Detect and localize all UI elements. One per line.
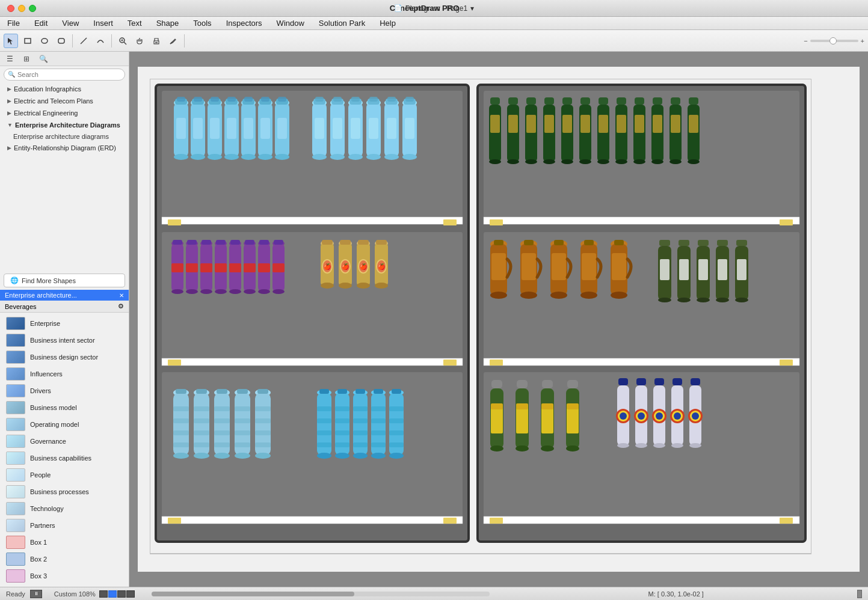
toolbar-sep-1 bbox=[72, 34, 73, 47]
svg-text:🍎: 🍎 bbox=[360, 263, 368, 271]
svg-rect-344 bbox=[717, 240, 728, 246]
minimize-button[interactable] bbox=[18, 5, 25, 12]
shape-item-business-design[interactable]: Business design sector bbox=[2, 349, 126, 366]
library-list: ▶ Education Infographics ▶ Electric and … bbox=[0, 83, 129, 271]
maximize-button[interactable] bbox=[29, 5, 36, 12]
svg-rect-271 bbox=[562, 97, 572, 105]
curve-tool[interactable] bbox=[93, 34, 108, 48]
svg-rect-252 bbox=[484, 217, 799, 224]
search-input[interactable] bbox=[4, 69, 125, 81]
panel-search-btn[interactable]: 🔍 bbox=[36, 52, 51, 66]
svg-rect-185 bbox=[196, 389, 207, 394]
svg-point-240 bbox=[371, 453, 386, 459]
zoom-in-tool[interactable] bbox=[115, 34, 130, 48]
menu-text[interactable]: Text bbox=[125, 18, 144, 28]
select-tool[interactable] bbox=[4, 34, 18, 48]
pause-button[interactable]: ⏸ bbox=[30, 590, 42, 598]
svg-rect-400 bbox=[691, 378, 700, 385]
panel-list-view[interactable]: ☰ bbox=[2, 52, 17, 66]
shape-thumb-box3 bbox=[6, 569, 25, 583]
canvas-area[interactable]: 🍎 🍎 bbox=[129, 52, 868, 587]
lib-cat-enterprise[interactable]: ▼ Enterprise Architecture Diagrams bbox=[0, 119, 129, 131]
svg-rect-280 bbox=[597, 105, 609, 162]
rounded-rect-tool[interactable] bbox=[54, 34, 69, 48]
svg-text:🍎: 🍎 bbox=[378, 263, 386, 271]
lib-sub-enterprise-arch[interactable]: Enterprise architecture diagrams bbox=[0, 131, 129, 142]
zoom-in-icon[interactable]: + bbox=[861, 37, 864, 44]
shape-item-influencers[interactable]: Influencers bbox=[2, 366, 126, 382]
shape-item-biz-proc[interactable]: Business processes bbox=[2, 483, 126, 500]
shape-label-people: People bbox=[30, 471, 51, 479]
pen-tool[interactable] bbox=[166, 34, 180, 48]
beverages-settings[interactable]: ⚙ bbox=[118, 302, 124, 310]
menu-shape[interactable]: Shape bbox=[154, 18, 182, 28]
planogram-diagram[interactable]: 🍎 🍎 bbox=[150, 79, 811, 560]
svg-rect-54 bbox=[277, 118, 287, 139]
shape-label-box3: Box 3 bbox=[30, 572, 47, 580]
svg-point-73 bbox=[348, 154, 363, 160]
svg-rect-214 bbox=[317, 430, 331, 435]
lib-cat-entity[interactable]: ▶ Entity-Relationship Diagram (ERD) bbox=[0, 142, 129, 154]
menu-view[interactable]: View bbox=[60, 18, 81, 28]
menu-window[interactable]: Window bbox=[274, 18, 307, 28]
shape-item-box2[interactable]: Box 2 bbox=[2, 551, 126, 568]
svg-point-290 bbox=[633, 159, 645, 164]
svg-rect-361 bbox=[517, 380, 528, 388]
horizontal-scrollbar[interactable] bbox=[152, 592, 490, 596]
print-tool[interactable] bbox=[149, 34, 164, 48]
svg-rect-217 bbox=[319, 389, 329, 394]
zoom-slider[interactable] bbox=[810, 40, 858, 42]
page-next[interactable] bbox=[117, 590, 126, 598]
svg-rect-137 bbox=[274, 240, 283, 245]
connect-tool[interactable] bbox=[76, 34, 91, 48]
active-lib-close[interactable]: ✕ bbox=[119, 292, 124, 299]
shape-item-box3[interactable]: Box 3 bbox=[2, 568, 126, 584]
shape-item-drivers[interactable]: Drivers bbox=[2, 382, 126, 399]
svg-rect-75 bbox=[351, 97, 360, 102]
active-library-enterprise[interactable]: Enterprise architecture... ✕ bbox=[0, 290, 129, 301]
shape-item-partners[interactable]: Partners bbox=[2, 517, 126, 534]
menu-file[interactable]: File bbox=[5, 18, 22, 28]
svg-point-325 bbox=[580, 292, 597, 299]
ellipse-tool[interactable] bbox=[37, 34, 52, 48]
svg-rect-2 bbox=[58, 38, 64, 43]
svg-rect-300 bbox=[688, 105, 700, 162]
resize-handle[interactable] bbox=[857, 590, 862, 598]
page-next2[interactable] bbox=[126, 590, 135, 598]
svg-point-380 bbox=[620, 412, 627, 420]
hand-tool[interactable] bbox=[132, 34, 147, 48]
beverages-header[interactable]: Beverages ⚙ bbox=[0, 301, 129, 313]
menu-help[interactable]: Help bbox=[377, 18, 398, 28]
lib-cat-electric[interactable]: ▶ Electric and Telecom Plans bbox=[0, 95, 129, 107]
menu-inspectors[interactable]: Inspectors bbox=[224, 18, 265, 28]
zoom-out-icon[interactable]: − bbox=[804, 37, 807, 44]
shape-item-op-model[interactable]: Operating model bbox=[2, 416, 126, 433]
shape-item-governance[interactable]: Governance bbox=[2, 433, 126, 450]
lib-cat-electrical[interactable]: ▶ Electrical Engineering bbox=[0, 107, 129, 119]
page-1[interactable] bbox=[108, 590, 117, 598]
svg-rect-244 bbox=[389, 406, 404, 411]
svg-point-200 bbox=[235, 453, 250, 459]
svg-rect-27 bbox=[194, 97, 202, 102]
shape-item-box1[interactable]: Box 1 bbox=[2, 534, 126, 551]
coordinates-text: M: [ 0.30, 1.0e-02 ] bbox=[648, 590, 704, 598]
svg-rect-314 bbox=[522, 253, 536, 280]
menu-solution-park[interactable]: Solution Park bbox=[316, 18, 368, 28]
shape-item-enterprise[interactable]: Enterprise bbox=[2, 315, 126, 332]
find-more-button[interactable]: 🌐 Find More Shapes bbox=[4, 274, 125, 287]
shape-item-biz-model[interactable]: Business model bbox=[2, 399, 126, 416]
shape-item-technology[interactable]: Technology bbox=[2, 500, 126, 517]
lib-cat-edu[interactable]: ▶ Education Infographics bbox=[0, 83, 129, 95]
menu-edit[interactable]: Edit bbox=[32, 18, 50, 28]
svg-point-49 bbox=[258, 154, 272, 160]
shape-item-biz-cap[interactable]: Business capabilities bbox=[2, 450, 126, 467]
shape-item-business-intent[interactable]: Business intent sector bbox=[2, 332, 126, 349]
shape-item-people[interactable]: People bbox=[2, 467, 126, 483]
menu-tools[interactable]: Tools bbox=[191, 18, 214, 28]
panel-grid-view[interactable]: ⊞ bbox=[19, 52, 34, 66]
menu-insert[interactable]: Insert bbox=[91, 18, 115, 28]
svg-point-359 bbox=[490, 445, 503, 452]
rect-tool[interactable] bbox=[20, 34, 35, 48]
close-button[interactable] bbox=[7, 5, 14, 12]
page-prev[interactable] bbox=[99, 590, 108, 598]
